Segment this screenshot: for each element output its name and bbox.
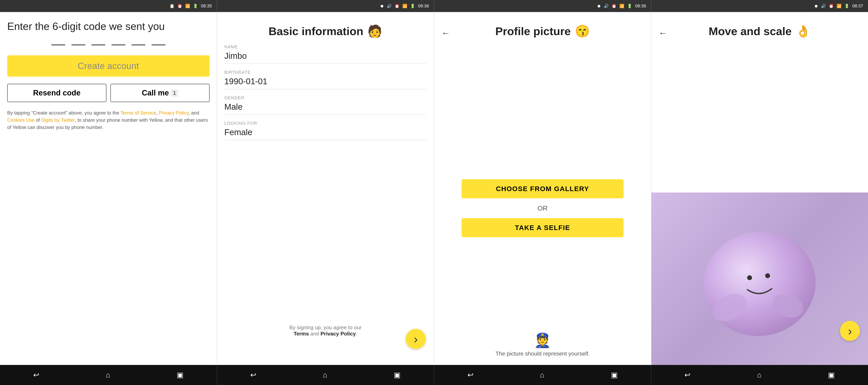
gender-label: GENDER: [224, 95, 427, 100]
birthdate-field[interactable]: BIRTHDATE 1990-01-01: [224, 70, 427, 89]
choose-from-gallery-button[interactable]: CHOOSE FROM GALLERY: [462, 179, 624, 198]
basic-info-header: Basic information 🧑: [224, 20, 427, 38]
wifi-icon: 📶: [185, 4, 190, 8]
battery-icon-4: 🔋: [844, 4, 849, 8]
chevron-right-icon: ›: [414, 332, 418, 346]
name-value[interactable]: Jimbo: [224, 51, 427, 64]
profile-pic-header: Profile picture 😙: [441, 20, 644, 38]
nav-bar-3: ↩ ⌂ ▣: [434, 365, 651, 385]
status-bars-row: 📋 ⏰ 📶 🔋 08:35 ⏺ 🔊 ⏰ 📶 🔋 08:36 ⏺ 🔊 ⏰ 📶 🔋 …: [0, 0, 868, 12]
move-scale-header: Move and scale 👌: [659, 20, 861, 38]
privacy-bold-link[interactable]: Privacy Policy: [320, 331, 355, 337]
resend-code-button[interactable]: Resend code: [7, 84, 106, 102]
privacy-link[interactable]: Privacy Policy: [159, 110, 189, 116]
digits-link[interactable]: Digits by Twitter: [41, 117, 75, 123]
dash-1: [51, 45, 65, 45]
take-selfie-button[interactable]: TAKE A SELFIE: [462, 218, 624, 237]
record-icon-4: ⏺: [814, 4, 818, 8]
alarm-icon-2: ⏰: [395, 4, 400, 8]
looking-for-label: LOOKING FOR: [224, 121, 427, 126]
create-account-button[interactable]: Create account: [7, 55, 210, 77]
next-fab-button[interactable]: ›: [406, 329, 426, 349]
looking-for-value[interactable]: Female: [224, 127, 427, 140]
secondary-buttons-row: Resend code Call me 1: [7, 84, 210, 102]
legal-disclaimer: By tapping "Create account" above, you a…: [7, 109, 210, 131]
selfie-note-area: 👮 The picture should represent yourself.: [441, 332, 644, 357]
nav-bars-row: ↩ ⌂ ▣ ↩ ⌂ ▣ ↩ ⌂ ▣ ↩ ⌂ ▣: [0, 365, 868, 385]
gender-field[interactable]: GENDER Male: [224, 95, 427, 115]
kissing-emoji-icon: 😙: [575, 24, 590, 38]
screen-move-scale: ← Move and scale 👌: [651, 12, 868, 365]
birthdate-label: BIRTHDATE: [224, 70, 427, 75]
profile-pic-title: Profile picture: [495, 25, 571, 38]
code-input-dashes[interactable]: [7, 45, 210, 45]
terms-bold-link[interactable]: Terms: [293, 331, 309, 337]
home-nav-2[interactable]: ⌂: [323, 371, 327, 379]
screen-basic-info: Basic information 🧑 NAME Jimbo BIRTHDATE…: [217, 12, 434, 365]
call-badge: 1: [171, 89, 178, 97]
dash-3: [91, 45, 105, 45]
recents-nav-4[interactable]: ▣: [828, 371, 835, 379]
alarm-icon: ⏰: [177, 4, 182, 8]
status-time-2: 08:36: [418, 3, 429, 9]
svg-point-1: [747, 275, 752, 280]
status-time-1: 08:35: [201, 3, 212, 9]
selfie-note-text: The picture should represent yourself.: [496, 351, 590, 357]
verification-title: Enter the 6-digit code we sent you: [7, 20, 210, 32]
wifi-icon-2: 📶: [402, 4, 407, 8]
volume-icon-4: 🔊: [821, 4, 826, 8]
alarm-icon-4: ⏰: [829, 4, 834, 8]
signup-legal-text: By signing up, you agree to our Terms an…: [224, 324, 427, 339]
call-me-button[interactable]: Call me 1: [111, 84, 210, 102]
chevron-right-icon-4: ›: [848, 324, 852, 338]
home-nav-3[interactable]: ⌂: [540, 371, 545, 379]
name-field[interactable]: NAME Jimbo: [224, 44, 427, 64]
recents-nav-3[interactable]: ▣: [611, 371, 618, 379]
svg-point-2: [765, 273, 770, 278]
volume-icon-3: 🔊: [604, 4, 609, 8]
record-icon-3: ⏺: [597, 4, 601, 8]
status-bar-3: ⏺ 🔊 ⏰ 📶 🔋 08:36: [434, 0, 651, 12]
terms-link[interactable]: Terms of Service: [120, 110, 156, 116]
gender-value[interactable]: Male: [224, 102, 427, 115]
home-nav-4[interactable]: ⌂: [757, 371, 762, 379]
screen-verification: Enter the 6-digit code we sent you Creat…: [0, 12, 217, 365]
alarm-icon-3: ⏰: [612, 4, 617, 8]
sim-icon: 📋: [169, 4, 175, 8]
name-label: NAME: [224, 44, 427, 50]
status-bar-2: ⏺ 🔊 ⏰ 📶 🔋 08:36: [217, 0, 434, 12]
birthdate-value[interactable]: 1990-01-01: [224, 77, 427, 89]
back-nav-4[interactable]: ↩: [684, 371, 690, 379]
basic-info-title: Basic information: [269, 25, 363, 38]
looking-for-field[interactable]: LOOKING FOR Female: [224, 121, 427, 140]
dash-2: [71, 45, 85, 45]
home-nav-1[interactable]: ⌂: [106, 371, 110, 379]
move-scale-title: Move and scale: [709, 25, 792, 38]
nav-bar-1: ↩ ⌂ ▣: [0, 365, 217, 385]
dash-5: [131, 45, 146, 45]
dash-6: [152, 45, 165, 45]
battery-icon: 🔋: [193, 4, 198, 8]
nav-bar-2: ↩ ⌂ ▣: [217, 365, 434, 385]
user-emoji-icon: 🧑: [367, 24, 382, 38]
battery-icon-3: 🔋: [627, 4, 632, 8]
next-fab-button-4[interactable]: ›: [840, 321, 860, 341]
nav-bar-4: ↩ ⌂ ▣: [651, 365, 868, 385]
wifi-icon-3: 📶: [619, 4, 624, 8]
cookies-link[interactable]: Cookies Use: [7, 117, 34, 123]
or-separator: OR: [537, 204, 548, 212]
status-bar-4: ⏺ 🔊 ⏰ 📶 🔋 08:37: [651, 0, 868, 12]
screen-profile-picture: ← Profile picture 😙 CHOOSE FROM GALLERY …: [434, 12, 651, 365]
back-nav-1[interactable]: ↩: [33, 371, 39, 379]
avatar-preview-area[interactable]: [651, 192, 868, 365]
police-emoji-icon: 👮: [441, 332, 644, 349]
recents-nav-1[interactable]: ▣: [177, 371, 184, 379]
back-nav-2[interactable]: ↩: [250, 371, 256, 379]
profile-picture-area: CHOOSE FROM GALLERY OR TAKE A SELFIE: [441, 44, 644, 326]
recents-nav-2[interactable]: ▣: [394, 371, 401, 379]
battery-icon-2: 🔋: [410, 4, 415, 8]
dash-4: [112, 45, 125, 45]
ok-hand-emoji-icon: 👌: [796, 24, 811, 38]
status-time-3: 08:36: [635, 3, 646, 9]
back-nav-3[interactable]: ↩: [467, 371, 473, 379]
